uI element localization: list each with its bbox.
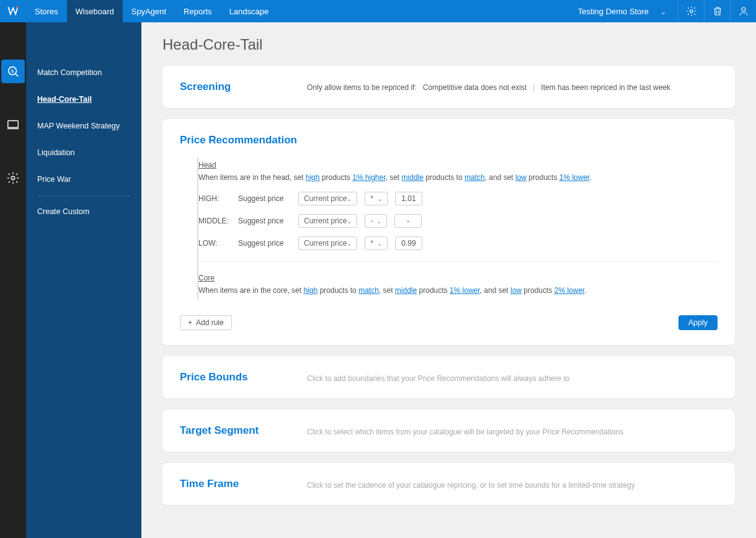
add-rule-label: Add rule xyxy=(196,318,224,327)
link-middle[interactable]: middle xyxy=(402,173,424,182)
svg-point-2 xyxy=(742,7,745,11)
svg-text:$: $ xyxy=(11,68,14,74)
screening-prefix: Only allow items to be repriced if: xyxy=(307,83,417,92)
price-bounds-desc: Click to add boundaries that your Price … xyxy=(307,372,570,383)
svg-point-6 xyxy=(11,176,15,180)
screening-cond-2: Item has been repriced in the last week xyxy=(541,83,670,92)
price-recommendation-title: Price Recommendation xyxy=(180,134,718,146)
basis-select[interactable]: Current price⌄ xyxy=(298,236,357,250)
row-sublabel: Suggest price xyxy=(238,217,291,225)
sidebar-item-map-weekend[interactable]: MAP Weekend Strategy xyxy=(26,113,141,140)
user-icon[interactable] xyxy=(730,0,756,22)
target-segment-desc: Click to select which items from your ca… xyxy=(307,425,623,436)
head-section: Head When items are in the head, set hig… xyxy=(198,158,718,262)
page-title: Head-Core-Tail xyxy=(162,36,735,53)
plus-icon: + xyxy=(188,318,192,327)
target-segment-card[interactable]: Target Segment Click to select which ite… xyxy=(162,410,735,452)
core-label: Core xyxy=(198,274,215,282)
value-input[interactable] xyxy=(394,214,422,228)
sidebar: Match Competition Head-Core-Tail MAP Wee… xyxy=(26,22,141,538)
price-recommendation-card: Price Recommendation Head When items are… xyxy=(162,119,735,345)
sidebar-item-create-custom[interactable]: Create Custom xyxy=(26,199,141,225)
link-match[interactable]: match xyxy=(358,286,379,295)
chevron-down-icon: ⌄ xyxy=(376,218,381,225)
screening-card[interactable]: Screening Only allow items to be reprice… xyxy=(162,66,735,108)
row-label: LOW: xyxy=(198,239,231,248)
link-1pct-lower[interactable]: 1% lower xyxy=(450,286,480,295)
nav-landscape[interactable]: Landscape xyxy=(221,0,278,22)
core-section: Core When items are in the core, set hig… xyxy=(198,271,718,300)
nav-stores[interactable]: Stores xyxy=(26,0,67,22)
store-selector-label: Testing Demo Store xyxy=(578,7,649,16)
link-1pct-lower[interactable]: 1% lower xyxy=(559,173,590,182)
chevron-down-icon: ⌄ xyxy=(377,195,382,202)
svg-point-1 xyxy=(690,10,693,13)
chevron-down-icon: ⌄ xyxy=(660,7,667,16)
add-rule-button[interactable]: + Add rule xyxy=(180,315,232,330)
head-high-row: HIGH: Suggest price Current price⌄ *⌄ xyxy=(198,192,718,205)
icon-rail: $ xyxy=(0,22,26,538)
time-frame-card[interactable]: Time Frame Click to set the cadence of y… xyxy=(162,463,735,505)
nav-reports[interactable]: Reports xyxy=(175,0,221,22)
chevron-down-icon: ⌄ xyxy=(347,218,352,225)
head-label: Head xyxy=(198,161,216,169)
operator-select[interactable]: *⌄ xyxy=(365,192,388,205)
app-logo[interactable] xyxy=(0,0,26,22)
rail-settings-icon[interactable] xyxy=(1,166,25,190)
chevron-down-icon: ⌄ xyxy=(347,195,352,202)
rail-monitor-icon[interactable] xyxy=(1,113,25,137)
value-input[interactable] xyxy=(395,236,422,250)
divider: | xyxy=(533,83,535,92)
rail-pricing-icon[interactable]: $ xyxy=(1,60,25,83)
sidebar-item-head-core-tail[interactable]: Head-Core-Tail xyxy=(26,86,141,113)
value-input[interactable] xyxy=(395,192,422,205)
target-segment-title: Target Segment xyxy=(180,424,282,437)
row-label: HIGH: xyxy=(198,194,231,203)
time-frame-desc: Click to set the cadence of your catalog… xyxy=(307,478,635,490)
sidebar-item-liquidation[interactable]: Liquidation xyxy=(26,140,141,166)
link-high[interactable]: high xyxy=(303,286,318,295)
row-sublabel: Suggest price xyxy=(238,239,291,248)
store-selector[interactable]: Testing Demo Store ⌄ xyxy=(567,0,678,22)
price-bounds-card[interactable]: Price Bounds Click to add boundaries tha… xyxy=(162,356,735,398)
chevron-down-icon: ⌄ xyxy=(347,240,352,247)
settings-icon[interactable] xyxy=(678,0,704,22)
top-bar: Stores Wiseboard SpyAgent Reports Landsc… xyxy=(0,0,756,22)
operator-select[interactable]: *⌄ xyxy=(365,236,388,250)
basis-select[interactable]: Current price⌄ xyxy=(298,192,357,205)
basis-select[interactable]: Current price⌄ xyxy=(298,214,357,228)
sidebar-item-price-war[interactable]: Price War xyxy=(26,166,141,193)
link-middle[interactable]: middle xyxy=(395,286,417,295)
apply-button[interactable]: Apply xyxy=(678,315,718,330)
screening-cond-1: Competitive data does not exist xyxy=(423,83,527,92)
nav-spyagent[interactable]: SpyAgent xyxy=(123,0,175,22)
main-content: Head-Core-Tail Screening Only allow item… xyxy=(141,22,756,538)
chevron-down-icon: ⌄ xyxy=(377,240,382,247)
head-sentence: When items are in the head, set high pro… xyxy=(198,172,718,183)
row-sublabel: Suggest price xyxy=(238,194,291,203)
nav-wiseboard[interactable]: Wiseboard xyxy=(67,0,123,22)
link-low[interactable]: low xyxy=(515,173,527,182)
screening-conditions: Only allow items to be repriced if: Comp… xyxy=(307,81,670,92)
operator-select[interactable]: -⌄ xyxy=(365,214,387,228)
top-nav: Stores Wiseboard SpyAgent Reports Landsc… xyxy=(26,0,277,22)
link-1pct-higher[interactable]: 1% higher xyxy=(352,173,385,182)
sidebar-separator xyxy=(37,195,130,196)
head-middle-row: MIDDLE: Suggest price Current price⌄ -⌄ xyxy=(198,214,718,228)
link-low[interactable]: low xyxy=(510,286,522,295)
svg-point-0 xyxy=(16,7,18,9)
price-bounds-title: Price Bounds xyxy=(180,371,282,383)
link-match[interactable]: match xyxy=(465,173,485,182)
core-sentence: When items are in the core, set high pro… xyxy=(198,285,718,296)
screening-title: Screening xyxy=(180,81,282,93)
row-label: MIDDLE: xyxy=(198,217,231,225)
trash-icon[interactable] xyxy=(704,0,730,22)
sidebar-item-match-competition[interactable]: Match Competition xyxy=(26,60,141,86)
link-high[interactable]: high xyxy=(306,173,320,182)
link-2pct-lower[interactable]: 2% lower xyxy=(554,286,585,295)
head-low-row: LOW: Suggest price Current price⌄ *⌄ xyxy=(198,236,718,250)
svg-rect-5 xyxy=(8,121,19,128)
time-frame-title: Time Frame xyxy=(180,478,282,490)
